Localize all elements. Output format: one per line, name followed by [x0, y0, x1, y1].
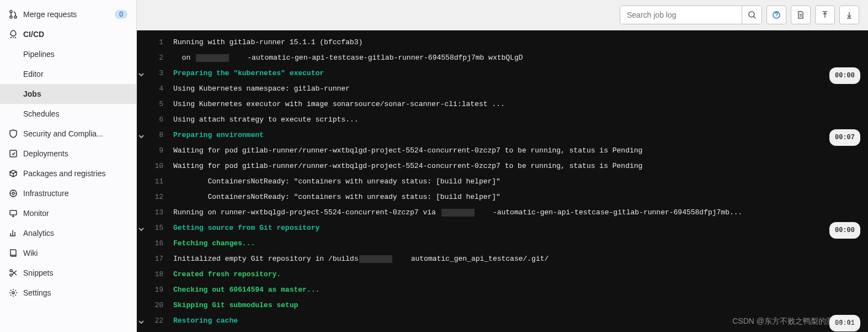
log-line: 8Preparing environment00:07 — [137, 128, 868, 143]
svg-point-8 — [10, 274, 12, 276]
search-wrap — [620, 6, 762, 24]
sidebar-item-settings[interactable]: Settings — [0, 283, 136, 303]
sidebar-item-infrastructure[interactable]: Infrastructure — [0, 183, 136, 203]
redacted — [196, 54, 229, 62]
nav-label: CI/CD — [23, 30, 127, 39]
log-text: Using Kubernetes namespace: gitlab-runne… — [173, 81, 350, 97]
sidebar-sub-jobs[interactable]: Jobs — [0, 84, 136, 104]
redacted — [359, 255, 392, 263]
analytics-icon — [9, 229, 18, 238]
line-number[interactable]: 5 — [145, 97, 163, 112]
line-number[interactable]: 15 — [145, 220, 163, 236]
line-number[interactable]: 6 — [145, 112, 163, 128]
line-number[interactable]: 13 — [145, 205, 163, 220]
log-line: 20Skipping Git submodules setup — [137, 298, 868, 313]
nav-label: Monitor — [23, 209, 127, 218]
log-text: Running on runner-wxtbqlgd-project-5524-… — [173, 205, 742, 220]
log-text: Getting source from Git repository — [173, 220, 319, 236]
nav-label: Security and Complia... — [23, 129, 127, 138]
line-number[interactable]: 10 — [145, 159, 163, 174]
merge-request-icon — [9, 10, 18, 19]
search-button[interactable] — [742, 6, 762, 24]
deployments-icon — [9, 149, 18, 158]
scroll-bottom-button[interactable] — [839, 6, 859, 24]
line-number[interactable]: 12 — [145, 189, 163, 205]
line-number[interactable]: 3 — [145, 66, 163, 81]
svg-point-7 — [10, 270, 12, 272]
log-line: 19Checking out 60614594 as master... — [137, 282, 868, 298]
sidebar-sub-schedules[interactable]: Schedules — [0, 104, 136, 124]
svg-point-5 — [12, 192, 14, 194]
log-line: 18Created fresh repository. — [137, 267, 868, 282]
package-icon — [9, 169, 18, 178]
nav-label: Packages and registries — [23, 169, 127, 178]
sidebar-item-merge-requests[interactable]: Merge requests 0 — [0, 4, 136, 24]
log-line: 9Waiting for pod gitlab-runner/runner-wx… — [137, 143, 868, 159]
line-number[interactable]: 1 — [145, 35, 163, 50]
job-log[interactable]: 1Running with gitlab-runner 15.1.1 (bfcc… — [137, 30, 868, 332]
log-text: Restoring cache — [173, 313, 238, 329]
sidebar: Merge requests 0 CI/CD Pipelines Editor … — [0, 0, 137, 332]
sidebar-sub-editor[interactable]: Editor — [0, 64, 136, 84]
log-text: Using Kubernetes executor with image son… — [173, 97, 505, 112]
log-line: 11 ContainersNotReady: "containers with … — [137, 174, 868, 189]
nav-label: Jobs — [23, 89, 41, 98]
line-number[interactable]: 17 — [145, 251, 163, 267]
log-line: 12 ContainersNotReady: "containers with … — [137, 189, 868, 205]
sidebar-item-wiki[interactable]: Wiki — [0, 243, 136, 263]
log-text: Initialized empty Git repository in /bui… — [173, 251, 549, 267]
raw-log-button[interactable] — [791, 6, 811, 24]
log-line: 16Fetching changes... — [137, 236, 868, 251]
sidebar-item-snippets[interactable]: Snippets — [0, 263, 136, 283]
log-text: Fetching changes... — [173, 236, 255, 251]
line-number[interactable]: 22 — [145, 313, 163, 329]
nav-label: Snippets — [23, 268, 127, 277]
log-text: Created fresh repository. — [173, 267, 281, 282]
help-button[interactable] — [766, 6, 786, 24]
line-number[interactable]: 20 — [145, 298, 163, 313]
log-line: 6Using attach strategy to execute script… — [137, 112, 868, 128]
line-number[interactable]: 11 — [145, 174, 163, 189]
search-input[interactable] — [620, 6, 742, 24]
redacted — [441, 209, 475, 217]
log-line: 17Initialized empty Git repository in /b… — [137, 251, 868, 267]
log-line: 13Running on runner-wxtbqlgd-project-552… — [137, 205, 868, 220]
line-number[interactable]: 4 — [145, 81, 163, 97]
line-number[interactable]: 16 — [145, 236, 163, 251]
merge-requests-badge: 0 — [115, 10, 127, 19]
sidebar-item-deployments[interactable]: Deployments — [0, 144, 136, 164]
nav-label: Pipelines — [23, 50, 55, 59]
book-icon — [9, 249, 18, 257]
document-icon — [796, 10, 805, 19]
monitor-icon — [9, 209, 18, 218]
sidebar-item-security[interactable]: Security and Complia... — [0, 124, 136, 144]
log-text: Checking out 60614594 as master... — [173, 282, 319, 298]
main-content: 1Running with gitlab-runner 15.1.1 (bfcc… — [137, 0, 868, 332]
sidebar-sub-pipelines[interactable]: Pipelines — [0, 44, 136, 64]
svg-point-1 — [10, 16, 12, 18]
sidebar-item-cicd[interactable]: CI/CD — [0, 24, 136, 44]
svg-rect-3 — [10, 150, 17, 157]
log-text: Skipping Git submodules setup — [173, 298, 298, 313]
nav-label: Schedules — [23, 109, 59, 118]
line-number[interactable]: 9 — [145, 143, 163, 159]
log-line: 15Getting source from Git repository00:0… — [137, 220, 868, 236]
log-text: on -automatic-gen-api-testcase-gitlab-ru… — [173, 50, 523, 66]
line-number[interactable]: 19 — [145, 282, 163, 298]
log-text: Preparing environment — [173, 128, 264, 143]
scroll-top-button[interactable] — [815, 6, 835, 24]
svg-rect-6 — [10, 210, 17, 215]
line-number[interactable]: 2 — [145, 50, 163, 66]
log-text: Using attach strategy to execute scripts… — [173, 112, 358, 128]
scissors-icon — [9, 268, 18, 277]
sidebar-item-packages[interactable]: Packages and registries — [0, 164, 136, 183]
log-text: Preparing the "kubernetes" executor — [173, 66, 324, 81]
line-number[interactable]: 18 — [145, 267, 163, 282]
arrow-up-icon — [821, 10, 829, 19]
chevron-down-icon[interactable] — [137, 317, 145, 332]
nav-label: Wiki — [23, 249, 127, 257]
search-icon — [748, 10, 757, 19]
sidebar-item-analytics[interactable]: Analytics — [0, 223, 136, 243]
sidebar-item-monitor[interactable]: Monitor — [0, 203, 136, 223]
line-number[interactable]: 8 — [145, 128, 163, 143]
